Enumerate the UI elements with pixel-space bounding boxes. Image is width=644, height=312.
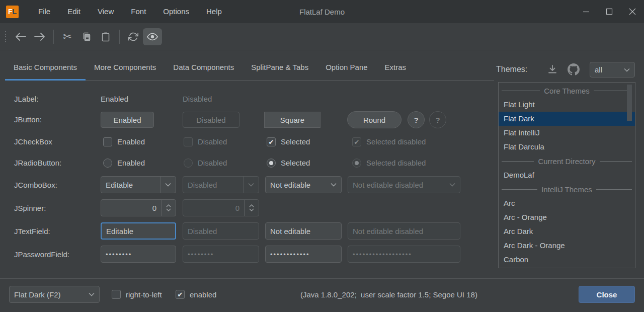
theme-item-flat-dark[interactable]: Flat Dark (499, 112, 635, 126)
tab-extras[interactable]: Extras (376, 57, 415, 81)
chevron-down-icon[interactable] (84, 286, 99, 302)
chevron-down-icon[interactable] (160, 177, 176, 193)
theme-item-carbon[interactable]: Carbon (499, 253, 635, 267)
menu-font[interactable]: Font (122, 0, 154, 23)
textfield-not-editable-disabled: Not editable disabled (348, 222, 460, 240)
laf-combobox[interactable]: Flat Dark (F2) (9, 286, 100, 303)
theme-item-arc[interactable]: Arc (499, 196, 635, 210)
menu-help[interactable]: Help (198, 0, 230, 23)
arrow-right-icon (34, 33, 45, 41)
theme-item-flat-light[interactable]: Flat Light (499, 98, 635, 112)
refresh-icon (128, 32, 138, 42)
textfield-not-editable-value: Not editable (266, 227, 310, 236)
radio-dot-icon (355, 161, 359, 165)
radio-selected[interactable] (267, 159, 276, 168)
jbutton-enabled[interactable]: Enabled (101, 112, 154, 128)
tab-more-components[interactable]: More Components (86, 57, 165, 81)
theme-item-flat-darcula[interactable]: Flat Darcula (499, 140, 635, 154)
checkbox-selected-label[interactable]: Selected (281, 137, 310, 146)
theme-item-demolaf[interactable]: DemoLaf (499, 168, 635, 182)
tab-data-components[interactable]: Data Components (165, 57, 243, 81)
spinner-buttons (244, 200, 259, 216)
theme-item-arc-dark[interactable]: Arc Dark (499, 224, 635, 239)
jbutton-help[interactable]: ? (408, 111, 425, 128)
maximize-button[interactable] (598, 0, 621, 23)
jlabel-row-label: JLabel: (14, 95, 38, 103)
passwordfield-not-editable[interactable]: •••••••••••• (265, 246, 342, 263)
close-button[interactable]: Close (579, 286, 635, 303)
enabled-checkbox-label[interactable]: enabled (190, 290, 216, 299)
themes-list-separator: IntelliJ Themes (499, 182, 635, 196)
themes-filter-combobox[interactable]: all (590, 62, 635, 77)
toolbar-grip-handle[interactable] (5, 31, 6, 42)
checkbox-enabled-label[interactable]: Enabled (117, 137, 145, 146)
copy-button[interactable] (77, 28, 96, 45)
back-button[interactable] (11, 28, 30, 45)
jspinner-row-label: JSpinner: (14, 204, 46, 212)
chevron-down-icon[interactable] (326, 177, 341, 193)
spinner[interactable]: 0 (101, 199, 176, 216)
rtl-checkbox-label[interactable]: right-to-left (126, 290, 162, 299)
radio-enabled[interactable] (103, 159, 112, 168)
checkbox-selected-disabled: ✔ (352, 137, 361, 146)
combobox-not-editable[interactable]: Not editable (265, 176, 342, 193)
jbutton-disabled: Disabled (183, 112, 239, 128)
jbutton-round[interactable]: Round (347, 111, 401, 128)
tab-option-pane[interactable]: Option Pane (317, 57, 376, 81)
combobox-editable[interactable]: Editable (101, 176, 176, 193)
cut-button[interactable]: ✂ (58, 28, 77, 45)
textfield-editable[interactable]: Editable (101, 222, 176, 240)
menu-file[interactable]: File (30, 0, 59, 23)
checkbox-selected[interactable]: ✔ (267, 137, 276, 146)
themes-filter-value: all (590, 65, 602, 74)
close-window-button[interactable] (621, 0, 644, 23)
passwordfield-disabled: •••••••• (183, 246, 259, 263)
status-text: (Java 1.8.0_202; user scale factor 1.5; … (300, 290, 477, 299)
theme-item-arc-orange[interactable]: Arc - Orange (499, 210, 635, 224)
rtl-checkbox[interactable]: ✔ (112, 290, 121, 299)
jbutton-square[interactable]: Square (264, 112, 320, 128)
textfield-editable-value[interactable]: Editable (102, 227, 133, 236)
copy-icon (82, 32, 92, 42)
jlabel-disabled: Disabled (183, 95, 212, 103)
menu-view[interactable]: View (89, 0, 122, 23)
show-hidden-toggle-button[interactable] (143, 28, 162, 45)
chevron-down-icon (166, 208, 171, 211)
theme-item-flat-intellij[interactable]: Flat IntelliJ (499, 126, 635, 140)
radio-selected-disabled (352, 159, 361, 168)
flatlaf-demo-window: FL File Edit View Font Options Help Flat… (0, 0, 644, 312)
password-dots[interactable]: •••••••• (101, 251, 132, 258)
laf-combobox-value: Flat Dark (F2) (10, 290, 61, 299)
github-link-button[interactable] (568, 63, 580, 75)
tab-basic-components[interactable]: Basic Components (5, 57, 86, 81)
radio-selected-label[interactable]: Selected (281, 159, 310, 167)
download-icon (547, 64, 557, 74)
combobox-editable-value[interactable]: Editable (101, 181, 133, 189)
radio-enabled-label[interactable]: Enabled (117, 159, 145, 167)
menu-options[interactable]: Options (154, 0, 198, 23)
download-themes-button[interactable] (547, 64, 557, 74)
enabled-checkbox[interactable]: ✔ (176, 290, 185, 299)
themes-list-separator: Current Directory (499, 154, 635, 168)
tab-splitpane-tabs[interactable]: SplitPane & Tabs (243, 57, 317, 81)
theme-item-arc-dark-orange[interactable]: Arc Dark - Orange (499, 239, 635, 253)
spinner-value[interactable]: 0 (101, 204, 161, 212)
checkbox-enabled[interactable]: ✔ (103, 137, 112, 146)
textfield-not-editable[interactable]: Not editable (265, 222, 342, 240)
forward-button[interactable] (30, 28, 49, 45)
menu-edit[interactable]: Edit (59, 0, 89, 23)
window-controls (575, 0, 644, 23)
passwordfield-editable[interactable]: •••••••• (101, 246, 176, 263)
spinner-buttons[interactable] (161, 200, 176, 216)
refresh-button[interactable] (124, 28, 143, 45)
menu-bar: File Edit View Font Options Help (30, 0, 230, 23)
jcheckbox-row-label: JCheckBox (14, 137, 52, 146)
combobox-not-editable-disabled-value: Not editable disabled (348, 181, 423, 189)
minimize-button[interactable] (575, 0, 598, 23)
combobox-not-editable-value: Not editable (266, 181, 310, 189)
themes-scrollbar-thumb[interactable] (627, 85, 632, 121)
combobox-not-editable-disabled: Not editable disabled (348, 176, 460, 193)
themes-list: Core ThemesFlat LightFlat DarkFlat Intel… (498, 82, 635, 268)
checkbox-selected-disabled-label: Selected disabled (366, 137, 426, 146)
paste-button[interactable] (96, 28, 115, 45)
